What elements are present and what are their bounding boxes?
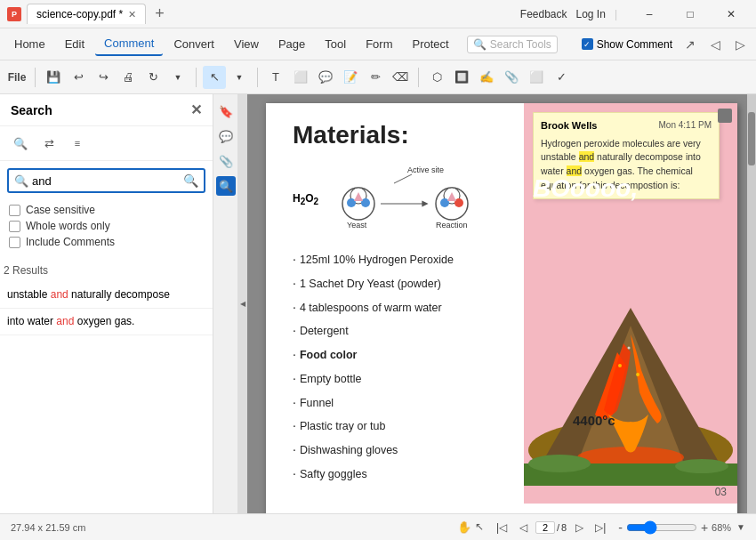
case-sensitive-checkbox[interactable] (9, 205, 20, 216)
menu-edit[interactable]: Edit (56, 33, 93, 55)
shape-btn[interactable]: ⬡ (425, 66, 448, 89)
prev-page-btn[interactable]: ◁ (514, 519, 532, 536)
result-2-before: into water (7, 315, 56, 327)
nav-controls: |◁ ◁ / 8 ▷ ▷| (493, 519, 609, 536)
list-item-3: ·4 tablespoons of warm water (293, 295, 506, 319)
document-tab[interactable]: science-copy.pdf * ✕ (27, 4, 146, 24)
item-9-text: Dishwashing gloves (300, 440, 398, 462)
item-1-text: 125ml 10% Hydrogen Peroxide (300, 250, 454, 271)
show-comment-checkbox[interactable]: ✓ (582, 38, 593, 50)
menu-tool[interactable]: Tool (316, 33, 355, 55)
menu-form[interactable]: Form (357, 33, 401, 55)
menu-comment[interactable]: Comment (95, 32, 163, 56)
menu-protect[interactable]: Protect (404, 33, 458, 55)
maximize-btn[interactable]: □ (672, 0, 708, 28)
scrollbar-thumb[interactable] (748, 112, 755, 165)
include-comments-option[interactable]: Include Comments (9, 236, 204, 248)
next-page-btn[interactable]: ▷ (570, 519, 588, 536)
whole-words-checkbox[interactable] (9, 221, 20, 232)
last-page-btn[interactable]: ▷| (591, 519, 609, 536)
case-sensitive-option[interactable]: Case sensitive (9, 204, 204, 216)
menu-view[interactable]: View (225, 33, 268, 55)
menu-convert[interactable]: Convert (165, 33, 223, 55)
menubar: Home Edit Comment Convert View Page Tool… (0, 28, 756, 60)
vertical-scrollbar[interactable] (747, 94, 756, 513)
bookmark-icon[interactable]: 🔖 (216, 101, 236, 121)
comment-balloon-icon[interactable] (718, 109, 732, 123)
list-item-9: ·Dishwashing gloves (293, 438, 506, 462)
redo-btn[interactable]: ↪ (92, 66, 115, 89)
search-sidebar-icon[interactable]: 🔍 (216, 176, 236, 196)
svg-point-21 (675, 459, 728, 473)
select-cursor-btn[interactable]: ↖ (203, 66, 226, 89)
toolbar-sep-3 (257, 68, 258, 87)
sidebar-close-btn[interactable]: ✕ (190, 101, 202, 118)
materials-title: Materials: (293, 121, 506, 149)
refresh-btn[interactable]: ↻ (141, 66, 165, 89)
toolbar-sep-1 (35, 68, 36, 87)
forward-icon[interactable]: ▷ (729, 34, 751, 55)
attachment-icon[interactable]: 📎 (216, 151, 236, 171)
callout-btn[interactable]: 💬 (314, 66, 337, 89)
result-2-after: oxygen gas. (74, 315, 134, 327)
comment-icon[interactable]: 💬 (216, 126, 236, 146)
result-item-2[interactable]: into water and oxygen gas. (0, 309, 213, 335)
eraser-btn[interactable]: ⌫ (389, 66, 412, 89)
external-link-icon[interactable]: ↗ (680, 34, 701, 55)
cursor-dropdown-btn[interactable]: ▼ (228, 66, 251, 89)
menu-page[interactable]: Page (269, 33, 314, 55)
approve-btn[interactable]: ✓ (550, 66, 573, 89)
tab-close-btn[interactable]: ✕ (128, 9, 136, 20)
file-menu-btn[interactable]: File (5, 66, 28, 89)
toolbar-file-group: File (5, 66, 28, 89)
attach-btn[interactable]: 📎 (500, 66, 523, 89)
feedback-link[interactable]: Feedback (520, 8, 567, 20)
undo-btn[interactable]: ↩ (67, 66, 90, 89)
text-box-btn[interactable]: ⬜ (289, 66, 312, 89)
page-number-input[interactable] (535, 521, 555, 534)
minimize-btn[interactable]: – (631, 0, 667, 28)
draw-btn[interactable]: ✏ (364, 66, 387, 89)
markup-group-btn[interactable]: 📝 (339, 66, 362, 89)
login-link[interactable]: Log In (576, 8, 606, 20)
whole-words-option[interactable]: Whole words only (9, 220, 204, 232)
list-item-8: ·Plastic tray or tub (293, 414, 506, 438)
dropdown-btn[interactable]: ▼ (166, 66, 189, 89)
hand-tool-btn[interactable]: ✋ (457, 520, 471, 534)
more-btn[interactable]: ⬜ (525, 66, 548, 89)
search-input[interactable] (32, 174, 180, 188)
back-icon[interactable]: ◁ (704, 34, 726, 55)
sidebar: Search ✕ 🔍 ⇄ ≡ 🔍 🔍 Case sensitive Whol (0, 94, 213, 513)
zoom-slider[interactable] (626, 520, 697, 535)
text-btn[interactable]: T (264, 66, 287, 89)
first-page-btn[interactable]: |◁ (493, 519, 511, 536)
item-4-text: Detergent (300, 321, 349, 343)
page-left: Materials: H2O2 Active site (266, 103, 524, 504)
menu-home[interactable]: Home (5, 33, 54, 55)
result-item-1[interactable]: unstable and naturally decompose (0, 282, 213, 309)
include-comments-checkbox[interactable] (9, 237, 20, 248)
svg-point-5 (361, 198, 370, 207)
zoom-out-btn[interactable]: - (618, 520, 623, 535)
sidebar-title: Search (11, 103, 52, 117)
replace-tab-btn[interactable]: ⇄ (37, 132, 60, 155)
close-window-btn[interactable]: ✕ (713, 0, 749, 28)
toolbar-more-group: ⬡ 🔲 ✍ 📎 ⬜ ✓ (425, 66, 573, 89)
search-tab-btn[interactable]: 🔍 (9, 132, 32, 155)
cursor-tool-btn[interactable]: ↖ (475, 520, 484, 534)
stamp-btn[interactable]: 🔲 (450, 66, 473, 89)
zoom-dropdown-btn[interactable]: ▼ (736, 522, 745, 532)
sign-btn[interactable]: ✍ (475, 66, 498, 89)
include-comments-label: Include Comments (26, 236, 115, 248)
save-btn[interactable]: 💾 (42, 66, 65, 89)
collapse-sidebar-btn[interactable]: ◀ (238, 94, 247, 513)
toolbar: File 💾 ↩ ↪ 🖨 ↻ ▼ ↖ ▼ T ⬜ 💬 📝 ✏ ⌫ ⬡ 🔲 ✍ 📎… (0, 60, 756, 94)
new-tab-btn[interactable]: + (151, 4, 168, 23)
print-btn[interactable]: 🖨 (117, 66, 140, 89)
menu-icons-right: ↗ ◁ ▷ (680, 34, 751, 55)
search-tools-area[interactable]: 🔍 Search Tools (467, 36, 558, 53)
titlebar: P science-copy.pdf * ✕ + Feedback Log In… (0, 0, 756, 28)
advanced-tab-btn[interactable]: ≡ (66, 132, 89, 155)
search-submit-icon[interactable]: 🔍 (183, 173, 198, 188)
zoom-in-btn[interactable]: + (701, 520, 708, 535)
